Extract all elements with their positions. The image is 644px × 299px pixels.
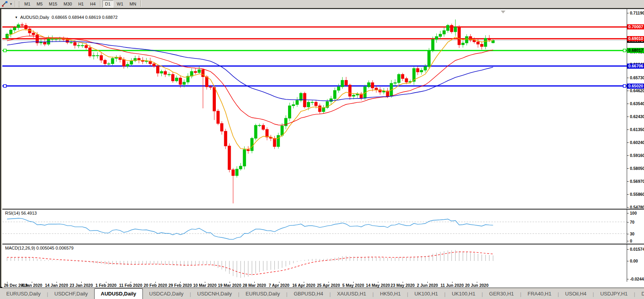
timeframe-button-m1[interactable]: M1 <box>22 0 33 7</box>
time-label-15: 14 May 2020 <box>366 283 390 288</box>
timeframe-button-m15[interactable]: M15 <box>46 0 60 7</box>
candle-body <box>394 83 396 84</box>
chart-style-dropdown-arrow[interactable]: ▼ <box>8 2 14 6</box>
tab-usdcad-daily[interactable]: USDCAD,Daily <box>143 289 190 299</box>
tab-gbpusd-h4[interactable]: GBPUSD,H4 <box>287 289 329 299</box>
hline-badge-0.66706: 0.66706 <box>627 64 644 69</box>
candle-body <box>228 146 231 170</box>
line-handle[interactable] <box>623 49 626 52</box>
timeframe-button-h4[interactable]: H4 <box>87 0 98 7</box>
chart-style-icon[interactable] <box>1 1 8 7</box>
candle-body <box>108 64 110 64</box>
price-chart-canvas[interactable] <box>2 9 627 208</box>
rsi-tick-70: 70 <box>627 220 635 224</box>
macd-tick-0.015741: 0.015741 <box>627 247 644 252</box>
tab-usdjpy-h1[interactable]: USDJPY,H1 <box>594 289 634 299</box>
price-tick-0.58050: 0.58050 <box>627 166 644 171</box>
candle-body <box>21 25 24 26</box>
tab-audusd-daily[interactable]: AUDUSD,Daily <box>94 288 143 299</box>
candle-body <box>96 55 99 56</box>
hline-badge-0.70007: 0.70007 <box>627 24 644 29</box>
toolbar-drag-grip[interactable] <box>18 1 20 7</box>
candle-body <box>213 88 216 111</box>
price-tick-0.61350: 0.61350 <box>627 127 644 132</box>
chart-title-text: AUDUSD,Daily 0.68665 0.68944 0.68619 0.6… <box>20 15 117 20</box>
timeframe-button-mn[interactable]: MN <box>127 0 139 7</box>
time-label-18: 11 Jun 2020 <box>441 283 464 288</box>
candle-body <box>104 60 106 64</box>
macd-pane[interactable]: MACD(12,26,9) 0.005045 0.006579 0.015741… <box>2 244 644 282</box>
line-handle[interactable] <box>623 85 626 88</box>
tab-fra40-h1[interactable]: FRA40,H1 <box>521 289 558 299</box>
price-pane[interactable]: ▼AUDUSD,Daily 0.68665 0.68944 0.68619 0.… <box>2 9 644 208</box>
candle-body <box>157 66 159 73</box>
time-label-6: 20 Feb 2020 <box>144 283 167 288</box>
timeframe-button-h1[interactable]: H1 <box>75 0 86 7</box>
macd-label: MACD(12,26,9) 0.005045 0.006579 <box>5 246 73 250</box>
macd-tick--0.024412: -0.024412 <box>627 277 644 281</box>
candle-body <box>311 102 314 102</box>
candle-body <box>92 55 95 56</box>
timeframe-button-m5[interactable]: M5 <box>34 0 45 7</box>
candle-body <box>122 60 125 66</box>
time-label-12: 16 Apr 2020 <box>292 283 316 288</box>
candle-body <box>73 42 76 46</box>
scroll-to-end-marker[interactable] <box>501 11 505 13</box>
tab-eurusd-daily[interactable]: EURUSD,Daily <box>0 289 47 299</box>
candle-body <box>85 46 88 48</box>
candle-body <box>100 55 103 60</box>
tab-eurusd-daily[interactable]: EURUSD,Daily <box>239 289 286 299</box>
hline-badge-0.68017: 0.68017 <box>627 48 644 53</box>
candle-body <box>262 125 265 129</box>
rsi-axis: 10070300 <box>627 210 644 243</box>
tab-xauusd-h1[interactable]: XAUUSD,H1 <box>331 289 372 299</box>
candle-body <box>224 131 227 146</box>
candle-body <box>198 70 201 73</box>
tab-dj30-h1[interactable]: DJ30,H1 <box>635 289 644 299</box>
candle-body <box>13 27 16 30</box>
price-tick-0.54780: 0.54780 <box>627 205 644 208</box>
time-label-7: 29 Feb 2020 <box>168 283 192 288</box>
time-label-2: 14 Jan 2020 <box>45 283 68 288</box>
time-label-5: 11 Feb 2020 <box>119 283 142 288</box>
line-handle[interactable] <box>4 85 6 88</box>
price-tick-0.56970: 0.56970 <box>627 179 644 184</box>
timeframe-button-m30[interactable]: M30 <box>61 0 75 7</box>
candle-body <box>315 102 317 106</box>
tab-hk50-h1[interactable]: HK50,H1 <box>374 289 407 299</box>
candle-body <box>247 150 250 151</box>
time-label-19: 20 Jun 2020 <box>465 283 489 288</box>
candle-body <box>6 34 9 38</box>
candle-body <box>337 87 340 90</box>
tab-uk100-h1[interactable]: UK100,H1 <box>408 289 444 299</box>
timeframe-button-d1[interactable]: D1 <box>102 0 113 7</box>
macd-axis: 0.0157410.00-0.024412 <box>627 244 644 282</box>
price-tick-0.55860: 0.55860 <box>627 192 644 197</box>
rsi-pane[interactable]: RSI(14) 56.4913 10070300 <box>2 210 644 243</box>
tab-usdcnh-daily[interactable]: USDCNH,Daily <box>191 289 238 299</box>
rsi-line <box>7 218 493 239</box>
time-label-1: 4 Jan 2020 <box>21 283 42 288</box>
candle-body <box>66 40 69 43</box>
tab-usoil-h4[interactable]: USOil,H4 <box>559 289 593 299</box>
candle-body <box>296 100 299 105</box>
line-handle[interactable] <box>4 49 6 52</box>
time-label-16: 23 May 2020 <box>390 283 414 288</box>
candle-body <box>111 58 114 64</box>
candle-body <box>480 44 483 47</box>
candle-body <box>205 77 208 87</box>
candle-body <box>251 138 254 151</box>
rsi-canvas[interactable] <box>2 210 627 243</box>
hline-badge-0.69010: 0.69010 <box>627 36 644 41</box>
candle-body <box>420 70 423 72</box>
macd-canvas[interactable] <box>2 244 627 282</box>
tab-ger30-h1[interactable]: GER30,H1 <box>483 289 520 299</box>
tab-usdchf-daily[interactable]: USDCHF,Daily <box>48 289 94 299</box>
price-tick-0.71190: 0.71190 <box>627 11 644 15</box>
symbol-dropdown-icon[interactable]: ▼ <box>15 16 18 19</box>
tab-uk100-h1[interactable]: UK100,H1 <box>445 289 482 299</box>
candle-body <box>209 87 212 88</box>
timeframe-button-w1[interactable]: W1 <box>114 0 126 7</box>
candle-body <box>439 34 442 36</box>
candle-body <box>318 106 321 112</box>
